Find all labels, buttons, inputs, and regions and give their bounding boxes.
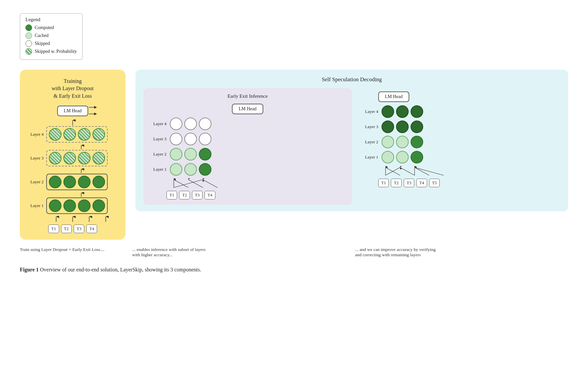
figure-caption: Figure 1 Overview of our end-to-end solu… bbox=[20, 267, 568, 273]
ee-l3-n2 bbox=[184, 133, 197, 145]
training-layer1-node1 bbox=[49, 199, 61, 212]
training-layer2-node4 bbox=[92, 176, 105, 188]
ee-l2-n3 bbox=[199, 148, 211, 160]
training-layer4-node2 bbox=[63, 128, 76, 141]
training-lm-head-row: LM Head bbox=[26, 106, 119, 116]
up-arrow-svg-3 bbox=[78, 168, 85, 173]
verif-token-T1: T1 bbox=[378, 179, 389, 187]
verif-layer2: Layer 2 bbox=[361, 136, 558, 148]
early-exit-layer2: Layer 2 bbox=[149, 148, 346, 160]
training-layer1-nodes bbox=[49, 199, 105, 212]
v-l1-n3 bbox=[411, 151, 423, 163]
training-token-arrows bbox=[49, 216, 119, 222]
figure-caption-text: Overview of our end-to-end solution, Lay… bbox=[39, 267, 201, 272]
verif-token-arrows-svg bbox=[378, 166, 458, 176]
v-l1-n1 bbox=[382, 151, 394, 163]
training-layer4-label: Layer 4 bbox=[26, 132, 44, 137]
training-layer4-border bbox=[46, 126, 108, 143]
ee-l2-n1 bbox=[170, 148, 182, 160]
training-layer1-row: Layer 1 bbox=[26, 197, 119, 214]
training-layer3-row: Layer 3 bbox=[26, 150, 119, 166]
verif-token-T2: T2 bbox=[391, 179, 401, 187]
ee-l1-n3 bbox=[199, 163, 211, 176]
ee-token-T2: T2 bbox=[179, 191, 190, 199]
ee-l3-n1 bbox=[170, 133, 182, 145]
early-exit-layer4-label: Layer 4 bbox=[149, 121, 166, 126]
svg-line-20 bbox=[415, 167, 429, 175]
cached-icon bbox=[25, 32, 32, 39]
svg-line-13 bbox=[203, 180, 217, 188]
training-box: Training with Layer Dropout & Early Exit… bbox=[20, 70, 126, 240]
early-exit-box: Early Exit Inference LM Head Layer 4 bbox=[143, 88, 352, 205]
ee-l4-n1 bbox=[170, 118, 182, 130]
verif-token-T5: T5 bbox=[429, 179, 440, 187]
svg-line-14 bbox=[174, 180, 203, 188]
v-l2-n3 bbox=[411, 136, 423, 148]
early-exit-layer1-label: Layer 1 bbox=[149, 167, 166, 172]
training-layer4-nodes bbox=[49, 128, 105, 141]
computed-label: Computed bbox=[35, 25, 54, 30]
training-layer2-border bbox=[46, 174, 108, 190]
verif-layer3: Layer 3 bbox=[361, 121, 558, 133]
training-token-T3: T3 bbox=[74, 225, 84, 233]
training-arrow-up2 bbox=[44, 145, 119, 149]
training-token-T1: T1 bbox=[48, 225, 59, 233]
legend-item-skipped: Skipped bbox=[25, 40, 77, 47]
skipped-label: Skipped bbox=[35, 41, 50, 46]
skipped-prob-label: Skipped w. Probability bbox=[35, 49, 77, 54]
early-exit-layer1-nodes bbox=[170, 163, 211, 176]
caption-verification: ... and we can improve accuracy by verif… bbox=[355, 247, 568, 258]
training-lm-wrapper: LM Head bbox=[57, 106, 88, 116]
verif-layer4-label: Layer 4 bbox=[361, 109, 378, 114]
verif-layer3-nodes bbox=[382, 121, 423, 133]
early-exit-title: Early Exit Inference bbox=[149, 93, 346, 99]
training-layer1-label: Layer 1 bbox=[26, 203, 44, 208]
verif-lm-head-row: LM Head bbox=[378, 91, 558, 102]
training-layer4-node4 bbox=[92, 128, 105, 141]
figure-caption-label: Figure 1 bbox=[20, 267, 39, 272]
training-layer3-node3 bbox=[78, 152, 91, 164]
v-l4-n2 bbox=[396, 105, 409, 118]
self-spec-inner: Early Exit Inference LM Head Layer 4 bbox=[143, 88, 560, 205]
token-arrow-svg-3 bbox=[82, 216, 96, 222]
ee-token-T4: T4 bbox=[204, 191, 215, 199]
computed-icon bbox=[25, 24, 32, 31]
ee-l4-n3 bbox=[199, 118, 211, 130]
verif-token-T3: T3 bbox=[404, 179, 414, 187]
svg-line-12 bbox=[188, 180, 203, 188]
token-arrow-svg-4 bbox=[98, 216, 113, 222]
verif-layer1-label: Layer 1 bbox=[361, 155, 378, 160]
early-exit-layer3-nodes bbox=[170, 133, 211, 145]
training-arrow-up3 bbox=[44, 168, 119, 173]
token-arrow-svg-2 bbox=[65, 216, 80, 222]
training-layer2-label: Layer 2 bbox=[26, 179, 44, 185]
ee-l4-n2 bbox=[184, 118, 197, 130]
training-layer1-node3 bbox=[78, 199, 91, 212]
v-l4-n1 bbox=[382, 105, 394, 118]
early-exit-layer2-nodes bbox=[170, 148, 211, 160]
verif-layer4: Layer 4 bbox=[361, 105, 558, 118]
legend-item-cached: Cached bbox=[25, 32, 77, 39]
training-layer3-node2 bbox=[63, 152, 76, 164]
training-layer1-node2 bbox=[63, 199, 76, 212]
verif-lm-head: LM Head bbox=[378, 91, 409, 102]
svg-line-18 bbox=[400, 167, 415, 175]
early-exit-lm-head-row: LM Head bbox=[149, 104, 346, 114]
training-layer4-node3 bbox=[78, 128, 91, 141]
training-layer2-node2 bbox=[63, 176, 76, 188]
v-l1-n2 bbox=[396, 151, 409, 163]
training-layer2-node3 bbox=[78, 176, 91, 188]
training-layer4-row: Layer 4 bbox=[26, 126, 119, 143]
ee-l1-n1 bbox=[170, 163, 182, 176]
training-token-T4: T4 bbox=[86, 225, 97, 233]
legend-item-computed: Computed bbox=[25, 24, 77, 31]
training-layer3-node4 bbox=[92, 152, 105, 164]
cached-label: Cached bbox=[35, 33, 49, 38]
verif-token-row: T1 T2 T3 T4 T5 bbox=[378, 179, 558, 187]
early-exit-token-row: T1 T2 T3 T4 bbox=[166, 191, 346, 199]
verification-box: LM Head Layer 4 Layer 3 bbox=[358, 88, 560, 191]
v-l4-n3 bbox=[411, 105, 423, 118]
caption-early-exit: ... enables inference with subset of lay… bbox=[132, 247, 345, 258]
caption-training: Train using Layer Dropout + Early Exit L… bbox=[20, 247, 122, 252]
early-exit-layer4-nodes bbox=[170, 118, 211, 130]
